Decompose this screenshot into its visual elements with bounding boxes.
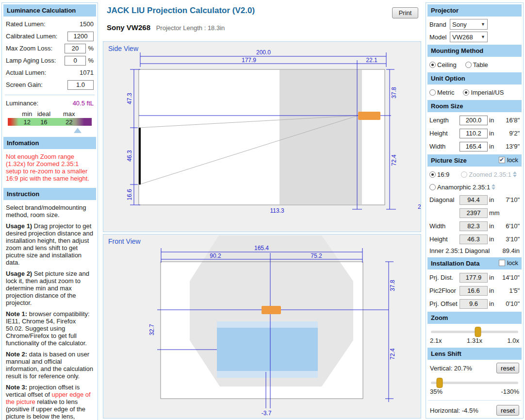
aspect-row-2: Anamorphic 2.35:1 [426, 181, 523, 193]
model-value: VW268 [452, 34, 473, 41]
metric-label[interactable]: Metric [437, 89, 454, 96]
imperial-radio[interactable] [463, 89, 469, 96]
room-width-input[interactable] [459, 142, 488, 151]
note3-text: Note 3: projection offset is vertical of… [6, 384, 94, 420]
vertical-reset-button[interactable]: reset [496, 363, 519, 373]
aspect-anamorphic-radio[interactable] [429, 184, 436, 190]
dim-projection-distance: 177.9 [242, 57, 256, 64]
vertical-shift-track[interactable] [431, 382, 518, 384]
instruction-header: Instruction [3, 188, 96, 200]
picture-lock-label: lock [507, 156, 518, 164]
anamorphic-spinner[interactable] [492, 184, 495, 190]
luminance-panel: Luminance Calculation Rated Lumen: 1500 … [1, 2, 98, 420]
pic2floor-feet: 1'5" [509, 287, 520, 294]
horizontal-shift-row: Horizontal: -4.5% reset [426, 403, 523, 417]
chevron-down-icon: ▼ [481, 22, 485, 27]
prj-dist-row: Prj. Dist. in 14'10" [426, 271, 523, 284]
vertical-shift-max: 35% [430, 388, 443, 395]
vertical-shift-thumb[interactable] [437, 378, 443, 388]
zoom-slider-track[interactable] [431, 331, 518, 333]
dim-screen-height: 46.3 [126, 150, 133, 162]
room-height-input[interactable] [459, 129, 488, 138]
screen-gain-input[interactable] [67, 80, 94, 90]
picture-width-label: Width [429, 222, 459, 230]
diagonal-row: Diagonal in 7'10" [426, 193, 523, 206]
max-zoom-loss-input[interactable] [65, 44, 86, 53]
dim-ceiling-to-lens-front: 37.8 [389, 280, 396, 291]
diagonal-mm-row: mm [426, 206, 523, 219]
table-label[interactable]: Table [473, 61, 488, 68]
installation-lock-checkbox[interactable] [499, 260, 505, 266]
prj-offset-input [459, 299, 488, 309]
spin-up-icon[interactable] [513, 171, 517, 174]
table-radio[interactable] [465, 62, 472, 68]
divider [428, 400, 521, 401]
zoomed-spinner[interactable] [513, 171, 517, 177]
picture-size-header: Picture Size lock [427, 154, 522, 167]
installation-lock-wrap[interactable]: lock [499, 259, 518, 267]
brand-label: Brand [429, 21, 450, 28]
note2-label: Note 2: [6, 351, 27, 358]
note1-label: Note 1: [6, 310, 27, 318]
room-length-row: Length in 16'8" [426, 114, 523, 127]
picture-lock-checkbox[interactable] [499, 157, 505, 163]
pic2floor-row: Pic2Floor in 1'5" [426, 284, 523, 297]
usage1-text: Usage 1) Drag projector to get desired p… [6, 222, 94, 266]
lens-shift-header: Lens Shift [427, 348, 522, 360]
information-header: Infomation [3, 137, 96, 149]
unit-in: in [489, 235, 494, 243]
aspect-zoomed-radio[interactable] [461, 171, 467, 178]
side-view-panel: Side View 200.0 [103, 41, 421, 232]
vertical-shift-label: Vertical: 20.7% [430, 365, 472, 372]
room-height-row: Height in 9'2" [426, 127, 523, 140]
page-title: JACK LIU Projection Calculator (V2.0) [107, 6, 255, 16]
diagonal-label: Diagonal [429, 196, 459, 203]
lamp-aging-loss-input[interactable] [65, 56, 86, 66]
projector-subtitle: Sony VW268 Projector Length : 18.3in [107, 23, 225, 32]
spin-up-icon[interactable] [492, 184, 495, 186]
brand-select[interactable]: Sony ▼ [450, 19, 488, 30]
dim-room-width: 165.4 [254, 245, 269, 252]
front-projector[interactable] [262, 306, 281, 314]
prj-offset-label: Prj. Offset [429, 300, 459, 307]
side-projector[interactable] [358, 112, 380, 120]
zoom-slider-thumb[interactable] [475, 327, 481, 337]
aspect-anamorphic-label[interactable]: Anamorphic 2.35:1 [437, 184, 490, 191]
model-select[interactable]: VW268 ▼ [450, 32, 488, 42]
model-label: Model [429, 34, 450, 41]
aspect-16-9-radio[interactable] [429, 171, 436, 178]
scale-max-value: 22 [66, 118, 72, 126]
front-picture-inner-235[interactable] [217, 328, 318, 371]
zoom-slider-labels: 2.1x 1.31x 1.0x [426, 336, 523, 346]
aspect-16-9-label[interactable]: 16:9 [437, 171, 449, 178]
lamp-aging-loss-label: Lamp Aging Loss: [6, 57, 65, 64]
spin-down-icon[interactable] [513, 175, 517, 177]
inner-diagonal-row: Inner 2.35:1 Diagonal 89.4in [426, 246, 523, 256]
prj-dist-input [459, 273, 488, 283]
max-zoom-loss-row: Max Zoom Loss: % [2, 42, 98, 54]
front-view-panel: Front View 165.4 90.2 75.2 37.8 [103, 234, 421, 419]
unit-mm: mm [489, 209, 500, 217]
ceiling-label[interactable]: Ceiling [437, 61, 457, 68]
front-view-title: Front View [108, 237, 141, 245]
scale-min-value: 12 [24, 118, 31, 126]
picture-height-row: Height in 3'10" [426, 233, 523, 246]
room-length-input[interactable] [459, 116, 488, 125]
picture-lock-wrap[interactable]: lock [499, 156, 518, 164]
model-row: Model VW268 ▼ [426, 31, 523, 43]
rated-lumen-label: Rated Lumen: [6, 20, 80, 28]
rated-lumen-row: Rated Lumen: 1500 [2, 18, 98, 30]
vertical-shift-min: -130% [501, 388, 519, 395]
metric-radio[interactable] [429, 89, 436, 96]
picture-size-title: Picture Size [431, 157, 467, 164]
print-button[interactable]: Print [392, 7, 418, 18]
projector-length-text: Projector Length : 18.3in [156, 24, 225, 32]
spin-down-icon[interactable] [492, 187, 495, 190]
percent-sign: % [86, 45, 94, 52]
calibrated-lumen-input[interactable] [67, 32, 94, 41]
side-zoom-range-band[interactable] [279, 70, 362, 204]
horizontal-reset-button[interactable]: reset [496, 405, 519, 416]
unit-in: in [489, 117, 494, 124]
ceiling-radio[interactable] [429, 62, 436, 68]
imperial-label[interactable]: Imperial/US [471, 89, 504, 96]
